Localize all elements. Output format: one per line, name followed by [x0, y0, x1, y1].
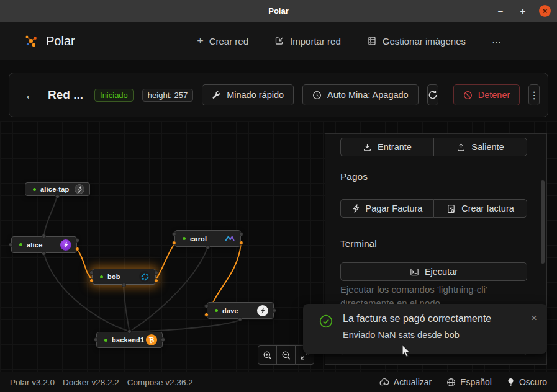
create-invoice-button[interactable]: Crear factura [433, 199, 527, 218]
more-menu-button[interactable]: ··· [492, 36, 501, 47]
node-port[interactable] [9, 243, 13, 247]
globe-icon [446, 378, 456, 387]
node-port-channel[interactable] [75, 247, 79, 251]
core-lightning-node-icon [139, 271, 150, 282]
node-port[interactable] [239, 232, 243, 236]
node-port[interactable] [94, 337, 98, 342]
terminal-icon [410, 267, 419, 277]
network-more-button[interactable]: ⋮ [528, 84, 540, 105]
node-status-dot [104, 339, 107, 342]
node-carol[interactable]: carol [174, 230, 241, 247]
terminal-heading: Terminal [340, 238, 377, 249]
theme-button[interactable]: Oscuro [507, 377, 547, 387]
zoom-in-button[interactable] [258, 345, 277, 365]
invoice-file-icon [446, 204, 456, 213]
status-bar: Polar v3.2.0 Docker v28.2.2 Compose v2.3… [0, 372, 557, 392]
network-title: Red ... [48, 88, 83, 102]
node-port-channel[interactable] [89, 278, 94, 283]
plus-icon: + [197, 35, 204, 47]
node-bob[interactable]: bob [92, 269, 156, 285]
network-toolbar-section: ← Red ... Iniciado height: 257 Minado rá… [0, 60, 557, 121]
download-icon [363, 143, 372, 152]
node-port[interactable] [161, 337, 165, 342]
node-status-dot [215, 309, 218, 312]
payments-heading: Pagos [340, 171, 368, 182]
node-port[interactable] [154, 270, 158, 275]
node-status-dot [100, 275, 103, 278]
window-controls: – + × [494, 0, 551, 22]
node-label: alice [27, 241, 42, 249]
node-port[interactable] [42, 234, 46, 238]
node-label: dave [222, 307, 238, 314]
node-alice-tap[interactable]: alice-tap [25, 182, 90, 196]
update-button[interactable]: Actualizar [379, 377, 432, 387]
node-port[interactable] [75, 238, 79, 243]
node-port-channel[interactable] [154, 278, 158, 283]
check-circle-icon [319, 314, 333, 328]
execute-terminal-button[interactable]: Ejecutar [340, 262, 527, 281]
status-badge: Iniciado [94, 89, 134, 102]
zoom-in-icon [263, 350, 273, 360]
incoming-channel-button[interactable]: Entrante [340, 138, 433, 156]
app-header: Polar + Crear red Importar red G [0, 22, 557, 60]
node-status-dot [183, 237, 186, 240]
pay-invoice-button[interactable]: Pagar Factura [340, 199, 433, 218]
create-network-button[interactable]: + Crear red [197, 35, 248, 47]
node-alice[interactable]: alice [11, 236, 77, 253]
node-port-channel[interactable] [172, 241, 176, 245]
minimize-button[interactable]: – [494, 5, 507, 17]
cloud-icon [379, 378, 389, 386]
close-button[interactable]: × [539, 5, 551, 17]
node-port[interactable] [272, 308, 276, 313]
node-port[interactable] [89, 270, 94, 275]
lightning-bolt-icon [352, 204, 360, 213]
window-title: Polar [0, 6, 557, 16]
refresh-icon [428, 90, 438, 100]
panel-scrollbar[interactable] [541, 180, 545, 264]
toast-close-icon[interactable]: × [531, 313, 537, 323]
node-port[interactable] [206, 245, 210, 249]
node-port[interactable] [55, 194, 60, 198]
channel-buttons-group: Entrante Saliente [340, 138, 527, 156]
outgoing-channel-button[interactable]: Saliente [433, 138, 527, 156]
language-button[interactable]: Español [446, 377, 492, 387]
node-dave[interactable]: dave [207, 302, 274, 319]
node-port[interactable] [238, 317, 242, 321]
node-port-channel[interactable] [204, 313, 209, 317]
app-brand: Polar [24, 33, 75, 48]
quick-mine-button[interactable]: Minado rápido [202, 84, 294, 105]
docker-version: Docker v28.2.2 [63, 378, 119, 387]
refresh-button[interactable] [427, 84, 438, 105]
node-port[interactable] [42, 251, 46, 256]
maximize-button[interactable]: + [517, 5, 529, 17]
node-backend1[interactable]: backend1 ₿ [96, 332, 163, 348]
node-status-dot [33, 188, 36, 191]
node-port[interactable] [204, 304, 209, 308]
compose-version: Compose v2.36.2 [127, 378, 193, 387]
invoice-buttons-group: Pagar Factura Crear factura [340, 199, 527, 218]
zoom-out-icon [281, 350, 291, 360]
lightning-node-icon [257, 305, 268, 316]
upload-icon [456, 143, 466, 152]
header-nav: + Crear red Importar red Gestionar imáge… [197, 35, 542, 47]
eclair-node-icon [224, 233, 235, 244]
node-label: backend1 [112, 336, 144, 344]
node-port[interactable] [127, 329, 132, 334]
zoom-out-button[interactable] [276, 345, 296, 365]
manage-images-button[interactable]: Gestionar imágenes [367, 36, 466, 47]
node-label: alice-tap [40, 185, 69, 193]
polar-app-window: Polar – + × Polar + [0, 0, 557, 392]
stop-network-button[interactable]: Detener [453, 84, 520, 105]
clock-icon [312, 91, 322, 100]
import-network-button[interactable]: Importar red [274, 36, 341, 47]
auto-mine-button[interactable]: Auto Mina: Apagado [302, 84, 419, 105]
version-info: Polar v3.2.0 Docker v28.2.2 Compose v2.3… [10, 378, 193, 387]
back-arrow-button[interactable]: ← [24, 88, 37, 102]
node-port[interactable] [122, 283, 126, 287]
network-canvas[interactable]: alice-tap alice carol [0, 121, 557, 372]
network-toolbar: ← Red ... Iniciado height: 257 Minado rá… [9, 73, 548, 117]
bitcoin-node-icon: ₿ [146, 334, 157, 345]
node-port-channel[interactable] [239, 241, 243, 245]
node-port[interactable] [172, 232, 176, 236]
app-name: Polar [46, 34, 75, 48]
